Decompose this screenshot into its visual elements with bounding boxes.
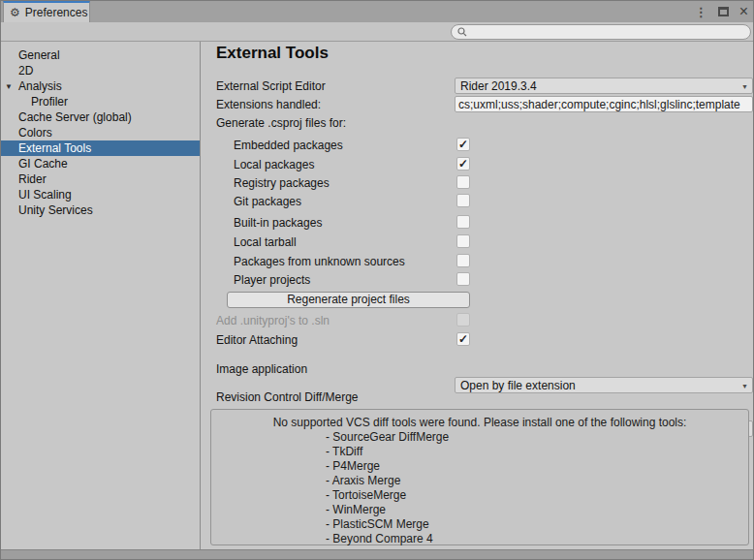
tab-title: Preferences <box>25 6 88 19</box>
extensions-input[interactable] <box>455 96 753 112</box>
sidebar-item-label: Unity Services <box>18 203 93 217</box>
revision-control-label: Revision Control Diff/Merge <box>216 390 359 404</box>
option-label: Local tarball <box>234 235 297 249</box>
sidebar-item-colors[interactable]: Colors <box>1 125 200 140</box>
vcs-tool-list: - SourceGear DiffMerge - TkDiff - P4Merg… <box>211 430 748 546</box>
sidebar-item-rider[interactable]: Rider <box>1 171 200 187</box>
add-unityproj-label: Add .unityproj's to .sln <box>216 314 330 327</box>
add-unityproj-checkbox <box>456 313 470 327</box>
extensions-label: Extensions handled: <box>216 98 321 111</box>
titlebar: ⚙ Preferences ⋮ × <box>1 1 753 22</box>
vcs-tool-item: - P4Merge <box>326 459 748 474</box>
vcs-tool-item: - SourceGear DiffMerge <box>326 430 748 445</box>
vcs-tool-item: - PlasticSCM Merge <box>326 517 748 532</box>
sidebar-item-label: Colors <box>18 126 52 140</box>
sidebar-item-label: External Tools <box>18 141 91 155</box>
statusbar <box>1 549 753 559</box>
search-icon <box>457 27 467 37</box>
sidebar-item-label: 2D <box>18 64 33 78</box>
dropdown-value: Rider 2019.3.4 <box>460 79 537 93</box>
close-icon[interactable]: × <box>739 4 748 19</box>
chevron-down-icon: ▼ <box>741 382 748 389</box>
editor-attaching-label: Editor Attaching <box>216 333 298 347</box>
sidebar-item-unity-services[interactable]: Unity Services <box>1 202 200 218</box>
main-panel: External Tools External Script Editor Ri… <box>201 42 753 549</box>
sidebar-item-label: Cache Server (global) <box>18 110 132 124</box>
sidebar-item-2d[interactable]: 2D <box>1 63 200 78</box>
player-projects-checkbox[interactable] <box>456 272 470 286</box>
vcs-tool-item: - WinMerge <box>326 503 748 517</box>
sidebar-item-label: Rider <box>18 172 47 186</box>
generate-csproj-label: Generate .csproj files for: <box>216 116 346 130</box>
dropdown-value: Open by file extension <box>460 379 576 392</box>
chevron-down-icon: ▼ <box>741 82 748 89</box>
script-editor-label: External Script Editor <box>216 79 326 93</box>
registry-packages-checkbox[interactable] <box>456 175 470 189</box>
toolbar <box>1 22 753 42</box>
image-application-dropdown[interactable]: Open by file extension ▼ <box>455 377 753 393</box>
sidebar-item-gi-cache[interactable]: GI Cache <box>1 156 200 171</box>
tab-preferences[interactable]: ⚙ Preferences <box>3 1 90 22</box>
sidebar-item-label: General <box>18 48 60 62</box>
sidebar-item-cache-server[interactable]: Cache Server (global) <box>1 109 200 125</box>
option-label: Registry packages <box>234 176 330 190</box>
sidebar-item-label: UI Scaling <box>18 188 72 202</box>
preferences-window: ⚙ Preferences ⋮ × General 2D ▼ Analysis … <box>0 0 754 560</box>
option-label: Local packages <box>234 158 314 171</box>
image-application-label: Image application <box>216 362 307 376</box>
vcs-notice-box: No supported VCS diff tools were found. … <box>210 409 749 545</box>
editor-attaching-checkbox[interactable] <box>456 332 470 346</box>
option-label: Git packages <box>234 195 301 208</box>
option-label: Embedded packages <box>234 139 343 152</box>
sidebar-item-external-tools[interactable]: External Tools <box>1 140 200 156</box>
maximize-icon[interactable] <box>718 7 729 16</box>
menu-icon[interactable]: ⋮ <box>695 5 707 19</box>
sidebar-item-general[interactable]: General <box>1 47 200 63</box>
sidebar-item-label: GI Cache <box>18 157 68 171</box>
sidebar-item-ui-scaling[interactable]: UI Scaling <box>1 187 200 202</box>
vcs-tool-item: - Beyond Compare 4 <box>326 532 748 546</box>
vcs-tool-item: - TortoiseMerge <box>326 488 748 503</box>
window-controls: ⋮ × <box>695 1 748 22</box>
option-label: Built-in packages <box>234 216 322 230</box>
vcs-notice-message: No supported VCS diff tools were found. … <box>211 416 748 429</box>
regenerate-project-files-button[interactable]: Regenerate project files <box>227 292 470 308</box>
gear-icon: ⚙ <box>10 7 20 18</box>
local-packages-checkbox[interactable] <box>456 157 470 171</box>
external-script-editor-dropdown[interactable]: Rider 2019.3.4 ▼ <box>455 78 753 94</box>
builtin-packages-checkbox[interactable] <box>456 215 470 229</box>
vcs-tool-item: - Araxis Merge <box>326 474 748 488</box>
embedded-packages-checkbox[interactable] <box>456 138 470 151</box>
option-label: Packages from unknown sources <box>234 255 405 268</box>
git-packages-checkbox[interactable] <box>456 194 470 207</box>
chevron-down-icon[interactable]: ▼ <box>5 79 13 95</box>
vcs-tool-item: - TkDiff <box>326 445 748 459</box>
sidebar-item-analysis[interactable]: ▼ Analysis <box>1 78 200 94</box>
sidebar-item-profiler[interactable]: Profiler <box>1 94 200 109</box>
sidebar-item-label: Analysis <box>18 79 62 93</box>
unknown-sources-checkbox[interactable] <box>456 254 470 267</box>
page-title: External Tools <box>216 44 329 63</box>
search-input[interactable] <box>471 26 744 38</box>
search-box[interactable] <box>451 24 751 40</box>
local-tarball-checkbox[interactable] <box>456 234 470 248</box>
sidebar: General 2D ▼ Analysis Profiler Cache Ser… <box>1 42 200 549</box>
sidebar-item-label: Profiler <box>31 95 68 109</box>
option-label: Player projects <box>234 273 310 287</box>
